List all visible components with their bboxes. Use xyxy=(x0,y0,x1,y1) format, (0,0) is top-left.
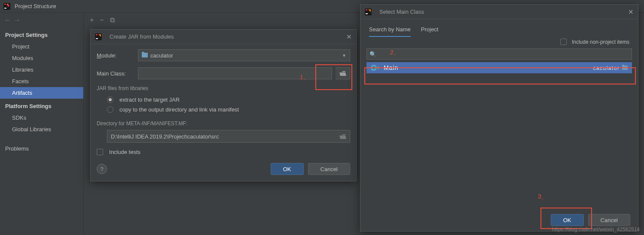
copy-icon[interactable]: ⧉ xyxy=(110,16,115,24)
module-label: Module: xyxy=(97,52,134,59)
include-tests-checkbox[interactable] xyxy=(97,149,103,155)
intellij-logo-icon xyxy=(95,33,102,40)
class-ok-button[interactable]: OK xyxy=(551,214,584,226)
main-class-input[interactable] xyxy=(138,67,332,79)
section-platform-settings: Platform Settings xyxy=(0,99,83,112)
close-icon[interactable]: ✕ xyxy=(628,8,634,16)
tab-search-by-name[interactable]: Search by Name xyxy=(369,24,411,37)
module-folder-icon xyxy=(622,66,628,70)
jar-dialog-titlebar: Create JAR from Modules ✕ xyxy=(91,30,356,44)
class-dialog-tabs: Search by Name Project xyxy=(360,19,638,37)
radio-extract[interactable] xyxy=(107,96,113,103)
jar-dialog-title: Create JAR from Modules xyxy=(110,33,346,40)
include-tests-label: Include tests xyxy=(109,149,140,155)
close-icon[interactable]: ✕ xyxy=(346,33,352,41)
module-dropdown[interactable]: caculator ▼ xyxy=(138,49,350,61)
add-icon[interactable]: + xyxy=(90,16,94,24)
svg-rect-3 xyxy=(96,38,98,39)
class-search-input[interactable]: 🔍 xyxy=(366,48,632,60)
main-class-label: Main Class: xyxy=(97,70,134,77)
include-non-project-checkbox[interactable] xyxy=(560,39,567,45)
class-cancel-button[interactable]: Cancel xyxy=(588,214,630,226)
intellij-logo-icon xyxy=(365,9,372,15)
browse-main-class-button[interactable] xyxy=(336,67,350,79)
sidebar-item-artifacts[interactable]: Artifacts xyxy=(0,87,83,99)
svg-rect-5 xyxy=(366,13,368,14)
remove-icon[interactable]: − xyxy=(100,16,104,24)
sidebar-item-problems[interactable]: Problems xyxy=(0,143,83,154)
runnable-icon xyxy=(378,66,380,69)
class-results: C Main caculator xyxy=(366,62,632,209)
jar-ok-button[interactable]: OK xyxy=(271,163,304,175)
create-jar-dialog: Create JAR from Modules ✕ Module: cacula… xyxy=(90,29,357,181)
module-value: caculator xyxy=(150,52,173,59)
dir-label: Directory for META-INF/MANIFEST.MF: xyxy=(97,121,350,127)
select-main-class-dialog: Select Main Class ✕ Search by Name Proje… xyxy=(360,4,638,232)
folder-open-icon[interactable] xyxy=(339,134,346,139)
class-result-item[interactable]: C Main caculator xyxy=(366,62,632,73)
sidebar-item-modules[interactable]: Modules xyxy=(0,52,83,64)
manifest-dir-value: D:\IntelliJ IDEA 2019.2\Project\caculato… xyxy=(111,133,339,140)
radio-copy-row[interactable]: copy to the output directory and link vi… xyxy=(97,105,350,114)
sidebar-item-libraries[interactable]: Libraries xyxy=(0,64,83,75)
sidebar-item-project[interactable]: Project xyxy=(0,41,83,52)
search-icon: 🔍 xyxy=(369,51,376,57)
settings-sidebar: ← → Project Settings Project Modules Lib… xyxy=(0,13,84,235)
class-dialog-title: Select Main Class xyxy=(379,9,628,15)
radio-copy-label: copy to the output directory and link vi… xyxy=(119,106,239,113)
watermark: https://blog.csdn.net/weixin_42562514 xyxy=(552,226,640,232)
include-tests-row[interactable]: Include tests xyxy=(97,147,350,157)
class-result-name: Main xyxy=(384,64,593,71)
folder-open-icon xyxy=(339,71,346,76)
intellij-logo-icon xyxy=(3,3,10,10)
libs-section-label: JAR files from libraries xyxy=(97,85,350,91)
sidebar-item-sdks[interactable]: SDKs xyxy=(0,112,83,124)
tab-project[interactable]: Project xyxy=(421,24,438,37)
main-window-title: Project Structure xyxy=(15,3,56,9)
radio-extract-label: extract to the target JAR xyxy=(119,96,180,103)
nav-back-icon[interactable]: ← xyxy=(4,16,11,24)
chevron-down-icon: ▼ xyxy=(342,53,346,58)
class-result-location: caculator xyxy=(593,65,620,71)
module-folder-icon xyxy=(142,53,148,57)
sidebar-item-facets[interactable]: Facets xyxy=(0,75,83,87)
class-icon: C xyxy=(371,65,377,71)
manifest-dir-input[interactable]: D:\IntelliJ IDEA 2019.2\Project\caculato… xyxy=(107,130,350,143)
radio-extract-row[interactable]: extract to the target JAR xyxy=(97,95,350,105)
jar-cancel-button[interactable]: Cancel xyxy=(308,163,350,175)
section-project-settings: Project Settings xyxy=(0,27,83,41)
include-non-project-label: Include non-project items xyxy=(572,39,629,45)
nav-forward-icon[interactable]: → xyxy=(14,16,21,24)
svg-rect-1 xyxy=(4,8,6,9)
help-button[interactable]: ? xyxy=(97,164,107,174)
sidebar-item-global-libraries[interactable]: Global Libraries xyxy=(0,124,83,135)
radio-copy[interactable] xyxy=(107,106,113,113)
class-dialog-titlebar: Select Main Class ✕ xyxy=(360,5,638,19)
nav-arrows: ← → xyxy=(0,13,83,27)
